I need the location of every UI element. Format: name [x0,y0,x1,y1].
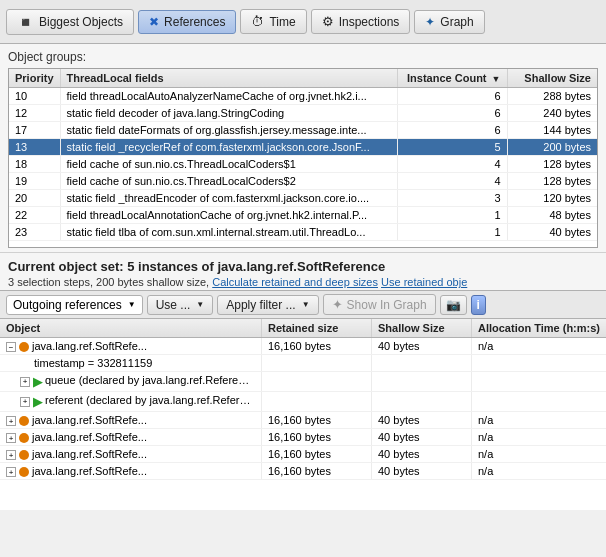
cell-field: static field _recyclerRef of com.fasterx… [60,139,397,156]
col-header-retained[interactable]: Retained size [261,319,371,338]
cell-shallow: 128 bytes [507,156,597,173]
cell-shallow: 48 bytes [507,207,597,224]
table-row[interactable]: 18 field cache of sun.nio.cs.ThreadLocal… [9,156,597,173]
ref-table-container[interactable]: Object Retained size Shallow Size Alloca… [0,319,606,510]
ref-object-name: queue (declared by java.lang.ref.Referen… [45,375,261,387]
cell-instance: 1 [397,224,507,241]
expand-btn[interactable]: − [6,342,16,352]
object-groups-table-container[interactable]: Priority ThreadLocal fields Instance Cou… [8,68,598,248]
cell-object: +java.lang.ref.SoftRefe... [0,463,261,480]
info-btn[interactable]: i [471,295,486,315]
table-row[interactable]: 12 static field decoder of java.lang.Str… [9,105,597,122]
ref-table: Object Retained size Shallow Size Alloca… [0,319,606,480]
main-toolbar: ◾ Biggest Objects ✖ References ⏱ Time ⚙ … [0,0,606,44]
cell-object: −java.lang.ref.SoftRefe... [0,338,261,355]
expand-btn[interactable]: + [6,433,16,443]
list-item[interactable]: +java.lang.ref.SoftRefe... 16,160 bytes … [0,446,606,463]
orange-dot-icon [19,450,29,460]
expand-btn[interactable]: + [6,467,16,477]
cell-instance: 4 [397,156,507,173]
use-retained-link[interactable]: Use retained obje [381,276,467,288]
camera-btn[interactable]: 📷 [440,295,467,315]
cell-shallow [371,392,471,412]
select-caret-icon: ▼ [128,300,136,309]
apply-filter-btn[interactable]: Apply filter ... ▼ [217,295,318,315]
use-btn[interactable]: Use ... ▼ [147,295,214,315]
col-header-alloc[interactable]: Allocation Time (h:m:s) [471,319,606,338]
cell-field: static field dateFormats of org.glassfis… [60,122,397,139]
list-item[interactable]: +java.lang.ref.SoftRefe... 16,160 bytes … [0,463,606,480]
calc-retained-link[interactable]: Calculate retained and deep sizes [212,276,378,288]
cell-object: +java.lang.ref.SoftRefe... [0,446,261,463]
col-header-instance[interactable]: Instance Count ▼ [397,69,507,88]
table-row[interactable]: 22 field threadLocalAnnotationCache of o… [9,207,597,224]
biggest-objects-icon: ◾ [17,14,34,30]
list-item[interactable]: −java.lang.ref.SoftRefe... 16,160 bytes … [0,338,606,355]
cell-field: field threadLocalAutoAnalyzerNameCache o… [60,88,397,105]
expand-btn[interactable]: + [20,397,30,407]
graph-btn[interactable]: ✦ Graph [414,10,484,34]
cell-retained [261,355,371,372]
col-header-priority[interactable]: Priority [9,69,60,88]
col-header-object[interactable]: Object [0,319,261,338]
biggest-objects-btn[interactable]: ◾ Biggest Objects [6,9,134,35]
current-set-sub-text: 3 selection steps, 200 bytes shallow siz… [8,276,209,288]
cell-priority: 12 [9,105,60,122]
time-btn[interactable]: ⏱ Time [240,9,306,34]
table-row[interactable]: 19 field cache of sun.nio.cs.ThreadLocal… [9,173,597,190]
table-row[interactable]: 23 static field tlba of com.sun.xml.inte… [9,224,597,241]
cell-field: field cache of sun.nio.cs.ThreadLocalCod… [60,156,397,173]
cell-priority: 17 [9,122,60,139]
table-row[interactable]: 17 static field dateFormats of org.glass… [9,122,597,139]
cell-alloc: n/a [471,429,606,446]
section-label: Object groups: [8,50,598,64]
info-icon: i [477,298,480,312]
references-icon: ✖ [149,15,159,29]
references-btn[interactable]: ✖ References [138,10,236,34]
orange-dot-icon [19,416,29,426]
cell-shallow: 128 bytes [507,173,597,190]
list-item[interactable]: +java.lang.ref.SoftRefe... 16,160 bytes … [0,412,606,429]
cell-priority: 13 [9,139,60,156]
cell-retained: 16,160 bytes [261,463,371,480]
list-item[interactable]: +▶queue (declared by java.lang.ref.Refer… [0,372,606,392]
col-header-field[interactable]: ThreadLocal fields [60,69,397,88]
cell-alloc: n/a [471,446,606,463]
ref-object-name: java.lang.ref.SoftRefe... [32,465,147,477]
cell-shallow: 40 bytes [371,463,471,480]
show-in-graph-btn[interactable]: ✦ Show In Graph [323,294,436,315]
object-groups-section: Object groups: Priority ThreadLocal fiel… [0,44,606,252]
list-item[interactable]: +▶referent (declared by java.lang.ref.Re… [0,392,606,412]
list-item[interactable]: timestamp = 332811159 [0,355,606,372]
cell-shallow: 40 bytes [371,446,471,463]
cell-shallow: 40 bytes [371,338,471,355]
cell-shallow: 40 bytes [371,412,471,429]
cell-instance: 4 [397,173,507,190]
expand-btn[interactable]: + [6,416,16,426]
expand-btn[interactable]: + [6,450,16,460]
time-icon: ⏱ [251,14,264,29]
references-label: References [164,15,225,29]
cell-alloc [471,355,606,372]
cell-instance: 6 [397,88,507,105]
list-item[interactable]: +java.lang.ref.SoftRefe... 16,160 bytes … [0,429,606,446]
cell-object: +java.lang.ref.SoftRefe... [0,429,261,446]
cell-priority: 20 [9,190,60,207]
ref-toolbar: Outgoing references ▼ Use ... ▼ Apply fi… [0,290,606,319]
expand-btn[interactable]: + [20,377,30,387]
use-label: Use ... [156,298,191,312]
cell-object: +java.lang.ref.SoftRefe... [0,412,261,429]
table-row[interactable]: 20 static field _threadEncoder of com.fa… [9,190,597,207]
table-row[interactable]: 10 field threadLocalAutoAnalyzerNameCach… [9,88,597,105]
outgoing-refs-select[interactable]: Outgoing references ▼ [6,295,143,315]
cell-retained [261,392,371,412]
table-row[interactable]: 13 static field _recyclerRef of com.fast… [9,139,597,156]
col-header-shallow[interactable]: Shallow Size [371,319,471,338]
cell-alloc: n/a [471,412,606,429]
col-header-shallow[interactable]: Shallow Size [507,69,597,88]
cell-shallow: 120 bytes [507,190,597,207]
cell-alloc: n/a [471,463,606,480]
cell-alloc: n/a [471,338,606,355]
inspections-btn[interactable]: ⚙ Inspections [311,9,411,34]
cell-shallow: 200 bytes [507,139,597,156]
